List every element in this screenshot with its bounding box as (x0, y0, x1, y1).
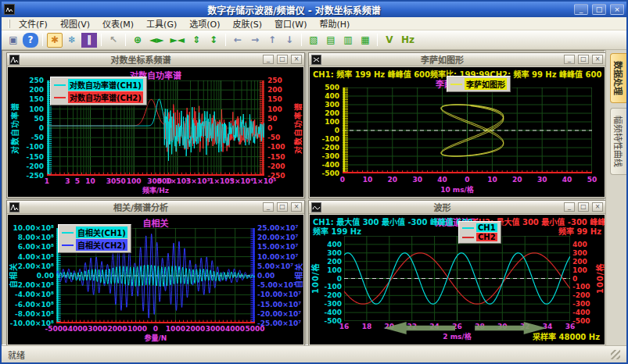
axis-tick-label: 200 (572, 258, 587, 266)
axis-tick-label: -300 (324, 300, 342, 308)
menu-item[interactable]: 选项(O) (183, 16, 226, 30)
axis-tick-label: 200 (327, 258, 342, 266)
axis-tick-label: -100 (26, 143, 44, 151)
axis-tick-label: -400 (324, 309, 342, 316)
menu-item[interactable]: 帮助(H) (314, 16, 357, 30)
axis-tick-label: 40 (437, 176, 447, 184)
app-icon (4, 4, 15, 15)
maximize-button[interactable]: □ (592, 4, 606, 15)
waveform-ch1-freq: 频率 199 Hz (313, 225, 361, 237)
spectrum-maximize-button[interactable]: □ (277, 55, 288, 64)
axis-tick-label: 36 (565, 323, 576, 330)
expand-h-button[interactable]: ◄► (147, 33, 166, 48)
pause-button[interactable]: ‖ (81, 33, 97, 48)
resize-grip[interactable] (611, 350, 620, 359)
hand-tool-button[interactable]: ✱ (47, 33, 63, 48)
shrink-v-button[interactable]: ⇕ (188, 33, 204, 48)
help-button[interactable]: ? (23, 33, 38, 48)
series-ch1 (47, 99, 264, 161)
axis-tick-label: 0 (153, 325, 158, 333)
title-bar[interactable]: 数字存储示波器/频谱仪 - 对数坐标系频谱 _ □ × (2, 2, 626, 17)
pan-down-button[interactable]: ↓ (282, 33, 297, 48)
menu-item[interactable]: 仪表(M) (96, 16, 140, 30)
legend-label-ch1: 对数自功率谱(CH1) (68, 79, 143, 91)
pointer-button[interactable]: ↖ (106, 33, 121, 48)
lissajous-y-axis: 5004003002001000-100-200-300-400-500 (318, 87, 341, 173)
app-window: 数字存储示波器/频谱仪 - 对数坐标系频谱 _ □ × 文件(F)视图(V)仪表… (0, 0, 628, 364)
axis-tick-label: -20.00×10⁷ (257, 310, 301, 318)
lissajous-minimize-button[interactable]: _ (564, 55, 575, 64)
hz-unit-button[interactable]: Hz (399, 33, 417, 48)
axis-tick-label: -200 (324, 291, 342, 299)
expand-v-button[interactable]: ↕ (206, 33, 221, 48)
axis-tick-label: 10.00×10⁷ (257, 253, 298, 261)
correlation-minimize-button[interactable]: _ (263, 202, 274, 212)
pan-left-button[interactable]: ← (230, 33, 246, 48)
spectrum-minimize-button[interactable]: _ (263, 55, 274, 64)
axis-tick-label: 30 (537, 176, 547, 184)
waveform-y-axis-right: 4003002001000-100-200-300-400-500 (571, 236, 594, 321)
sidebar-tab-data-processing[interactable]: 数据处理 (610, 53, 626, 103)
axis-tick-label: -200 (321, 144, 339, 152)
close-button[interactable]: × (610, 4, 624, 15)
toolbar-separator (377, 34, 378, 46)
axis-tick-label: 1×10⁵ (253, 177, 276, 185)
axis-tick-label: -100 (321, 135, 339, 143)
axis-tick-label: 50 (34, 115, 44, 123)
correlation-y-left-label: 自相关 (8, 228, 18, 323)
axis-tick-label: -500 (321, 170, 339, 177)
correlation-window-titlebar[interactable]: 相关/频谱分析 _ □ × (7, 201, 304, 214)
waveform-window-titlebar[interactable]: 波形 _ □ × (309, 201, 605, 214)
axis-tick-label: 8.00×10⁸ (18, 234, 54, 241)
menu-item[interactable]: 皮肤(S) (226, 16, 268, 30)
pan-up-button[interactable]: ↑ (264, 33, 280, 48)
axis-tick-label: 50 (267, 115, 278, 123)
lissajous-window-icon (311, 55, 321, 65)
axis-tick-label: 0.00 (37, 272, 54, 280)
sidebar-tab-amplitude-frequency[interactable]: 幅频特性曲线 (610, 108, 626, 175)
zoom-button[interactable]: ⊕ (130, 33, 145, 48)
freeze-button[interactable]: ❄ (64, 33, 80, 48)
spectrum-y-right-label: 对数自功率谱 (292, 80, 303, 176)
spectrum-close-button[interactable]: × (291, 55, 302, 64)
axis-tick-label: 100 (127, 177, 142, 185)
axis-tick-label: 400 (327, 241, 342, 248)
pan-right-button[interactable]: → (247, 33, 263, 48)
axis-tick-label: 10 (85, 177, 95, 185)
save-button[interactable]: ▣ (5, 33, 21, 48)
legend-label-ch1: 自相关(CH1) (76, 227, 127, 238)
lissajous-close-button[interactable]: × (592, 55, 603, 64)
axis-tick-label: 2000 (185, 325, 205, 333)
tile-horizontal-button[interactable]: ▤ (323, 33, 339, 48)
menu-grip (9, 20, 10, 28)
waveform-minimize-button[interactable]: _ (564, 202, 575, 212)
waveform-chart-area: 双通道波形 CH1: 最大值 300 最小值 -300 峰峰值 600 CH2:… (310, 215, 605, 344)
lissajous-window-titlebar[interactable]: 李萨如图形 _ □ × (309, 53, 605, 66)
waveform-close-button[interactable]: × (592, 202, 603, 212)
axis-tick-label: 30 (106, 177, 117, 185)
legend-row: CH1 (462, 223, 497, 232)
menu-item[interactable]: 文件(F) (13, 16, 54, 30)
cascade-button[interactable]: ▧ (306, 33, 321, 48)
lissajous-x-axis: 01020304001020304050 (343, 176, 592, 184)
menu-item[interactable]: 工具(G) (140, 16, 183, 30)
axis-tick-label: 4.00×10⁸ (18, 253, 54, 261)
correlation-close-button[interactable]: × (291, 202, 302, 212)
correlation-maximize-button[interactable]: □ (277, 202, 288, 212)
correlation-x-label: 参量/N (8, 333, 303, 343)
axis-tick-label: 0 (340, 176, 345, 184)
lissajous-maximize-button[interactable]: □ (578, 55, 589, 64)
menu-item[interactable]: 视图(V) (54, 16, 96, 30)
minimize-button[interactable]: _ (574, 4, 588, 15)
waveform-maximize-button[interactable]: □ (578, 202, 589, 212)
axis-tick-label: -1000 (124, 325, 147, 333)
axis-tick-label: 5.00×10⁷ (257, 262, 293, 270)
tile-vertical-button[interactable]: ▥ (340, 33, 356, 48)
axis-tick-label: 400 (325, 92, 339, 100)
menu-item[interactable]: 窗口(W) (268, 16, 313, 30)
tile-grid-button[interactable]: ▦ (357, 33, 373, 48)
volt-unit-button[interactable]: V (382, 33, 397, 48)
axis-tick-label: -500 (572, 317, 590, 325)
shrink-h-button[interactable]: ►◄ (167, 33, 186, 48)
spectrum-window-titlebar[interactable]: 对数坐标系频谱 _ □ × (7, 53, 304, 66)
